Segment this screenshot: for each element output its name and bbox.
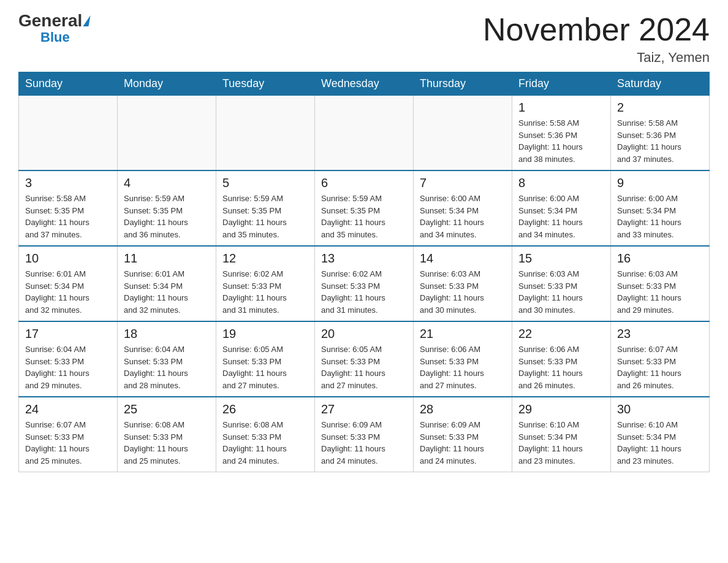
day-info: Sunrise: 6:08 AM Sunset: 5:33 PM Dayligh… xyxy=(222,419,308,467)
day-number: 2 xyxy=(617,101,703,115)
day-number: 20 xyxy=(321,327,407,341)
weekday-header-saturday: Saturday xyxy=(611,72,710,96)
calendar-week-row: 24Sunrise: 6:07 AM Sunset: 5:33 PM Dayli… xyxy=(19,397,710,472)
weekday-header-sunday: Sunday xyxy=(19,72,118,96)
day-number: 26 xyxy=(222,402,308,416)
day-info: Sunrise: 6:05 AM Sunset: 5:33 PM Dayligh… xyxy=(222,343,308,391)
day-number: 21 xyxy=(420,327,506,341)
calendar-cell: 21Sunrise: 6:06 AM Sunset: 5:33 PM Dayli… xyxy=(414,321,512,397)
day-number: 1 xyxy=(518,101,604,115)
day-number: 29 xyxy=(518,402,604,416)
day-info: Sunrise: 5:58 AM Sunset: 5:36 PM Dayligh… xyxy=(518,117,604,165)
day-info: Sunrise: 6:03 AM Sunset: 5:33 PM Dayligh… xyxy=(518,268,604,316)
calendar-cell: 30Sunrise: 6:10 AM Sunset: 5:34 PM Dayli… xyxy=(611,397,710,472)
calendar-cell xyxy=(414,96,512,171)
calendar-cell: 8Sunrise: 6:00 AM Sunset: 5:34 PM Daylig… xyxy=(512,170,611,246)
day-number: 15 xyxy=(518,251,604,266)
day-number: 6 xyxy=(321,176,407,190)
day-number: 24 xyxy=(25,402,111,416)
calendar-cell: 17Sunrise: 6:04 AM Sunset: 5:33 PM Dayli… xyxy=(19,321,118,397)
calendar-cell: 11Sunrise: 6:01 AM Sunset: 5:34 PM Dayli… xyxy=(118,246,216,321)
day-number: 5 xyxy=(222,176,308,190)
calendar-cell: 23Sunrise: 6:07 AM Sunset: 5:33 PM Dayli… xyxy=(611,321,710,397)
day-number: 18 xyxy=(124,327,210,341)
day-number: 7 xyxy=(420,176,506,190)
day-info: Sunrise: 6:08 AM Sunset: 5:33 PM Dayligh… xyxy=(124,419,210,467)
calendar-cell: 15Sunrise: 6:03 AM Sunset: 5:33 PM Dayli… xyxy=(512,246,611,321)
day-number: 27 xyxy=(321,402,407,416)
day-info: Sunrise: 6:03 AM Sunset: 5:33 PM Dayligh… xyxy=(420,268,506,316)
calendar-cell: 9Sunrise: 6:00 AM Sunset: 5:34 PM Daylig… xyxy=(611,170,710,246)
weekday-header-monday: Monday xyxy=(118,72,216,96)
calendar-cell: 29Sunrise: 6:10 AM Sunset: 5:34 PM Dayli… xyxy=(512,397,611,472)
location: Taiz, Yemen xyxy=(483,50,710,66)
calendar-week-row: 1Sunrise: 5:58 AM Sunset: 5:36 PM Daylig… xyxy=(19,96,710,171)
calendar-cell: 7Sunrise: 6:00 AM Sunset: 5:34 PM Daylig… xyxy=(414,170,512,246)
day-info: Sunrise: 6:09 AM Sunset: 5:33 PM Dayligh… xyxy=(321,419,407,467)
day-number: 19 xyxy=(222,327,308,341)
day-info: Sunrise: 6:04 AM Sunset: 5:33 PM Dayligh… xyxy=(124,343,210,391)
day-info: Sunrise: 6:02 AM Sunset: 5:33 PM Dayligh… xyxy=(321,268,407,316)
calendar-cell: 28Sunrise: 6:09 AM Sunset: 5:33 PM Dayli… xyxy=(414,397,512,472)
calendar-cell xyxy=(216,96,315,171)
logo-blue-text: Blue xyxy=(40,29,70,45)
weekday-header-wednesday: Wednesday xyxy=(315,72,414,96)
day-number: 10 xyxy=(25,251,111,266)
day-number: 13 xyxy=(321,251,407,266)
day-number: 12 xyxy=(222,251,308,266)
calendar-table: SundayMondayTuesdayWednesdayThursdayFrid… xyxy=(18,72,710,472)
day-info: Sunrise: 6:06 AM Sunset: 5:33 PM Dayligh… xyxy=(420,343,506,391)
month-title: November 2024 xyxy=(483,12,710,47)
calendar-cell: 13Sunrise: 6:02 AM Sunset: 5:33 PM Dayli… xyxy=(315,246,414,321)
weekday-header-tuesday: Tuesday xyxy=(216,72,315,96)
day-info: Sunrise: 6:06 AM Sunset: 5:33 PM Dayligh… xyxy=(518,343,604,391)
day-info: Sunrise: 6:00 AM Sunset: 5:34 PM Dayligh… xyxy=(617,193,703,240)
calendar-week-row: 17Sunrise: 6:04 AM Sunset: 5:33 PM Dayli… xyxy=(19,321,710,397)
day-info: Sunrise: 6:07 AM Sunset: 5:33 PM Dayligh… xyxy=(617,343,703,391)
calendar-cell: 3Sunrise: 5:58 AM Sunset: 5:35 PM Daylig… xyxy=(19,170,118,246)
calendar-cell: 16Sunrise: 6:03 AM Sunset: 5:33 PM Dayli… xyxy=(611,246,710,321)
day-number: 25 xyxy=(124,402,210,416)
calendar-cell: 5Sunrise: 5:59 AM Sunset: 5:35 PM Daylig… xyxy=(216,170,315,246)
calendar-week-row: 10Sunrise: 6:01 AM Sunset: 5:34 PM Dayli… xyxy=(19,246,710,321)
calendar-cell: 25Sunrise: 6:08 AM Sunset: 5:33 PM Dayli… xyxy=(118,397,216,472)
day-info: Sunrise: 6:03 AM Sunset: 5:33 PM Dayligh… xyxy=(617,268,703,316)
day-info: Sunrise: 6:00 AM Sunset: 5:34 PM Dayligh… xyxy=(420,193,506,240)
day-info: Sunrise: 6:10 AM Sunset: 5:34 PM Dayligh… xyxy=(518,419,604,467)
day-info: Sunrise: 6:00 AM Sunset: 5:34 PM Dayligh… xyxy=(518,193,604,240)
day-number: 22 xyxy=(518,327,604,341)
calendar-cell: 26Sunrise: 6:08 AM Sunset: 5:33 PM Dayli… xyxy=(216,397,315,472)
calendar-cell: 1Sunrise: 5:58 AM Sunset: 5:36 PM Daylig… xyxy=(512,96,611,171)
calendar-cell: 22Sunrise: 6:06 AM Sunset: 5:33 PM Dayli… xyxy=(512,321,611,397)
day-number: 28 xyxy=(420,402,506,416)
day-info: Sunrise: 5:58 AM Sunset: 5:35 PM Dayligh… xyxy=(25,193,111,240)
calendar-cell: 14Sunrise: 6:03 AM Sunset: 5:33 PM Dayli… xyxy=(414,246,512,321)
logo-general-text: General xyxy=(18,12,82,29)
calendar-cell xyxy=(118,96,216,171)
calendar-cell: 10Sunrise: 6:01 AM Sunset: 5:34 PM Dayli… xyxy=(19,246,118,321)
day-info: Sunrise: 6:02 AM Sunset: 5:33 PM Dayligh… xyxy=(222,268,308,316)
day-info: Sunrise: 6:05 AM Sunset: 5:33 PM Dayligh… xyxy=(321,343,407,391)
calendar-cell: 6Sunrise: 5:59 AM Sunset: 5:35 PM Daylig… xyxy=(315,170,414,246)
title-area: November 2024 Taiz, Yemen xyxy=(483,12,710,66)
calendar-cell: 20Sunrise: 6:05 AM Sunset: 5:33 PM Dayli… xyxy=(315,321,414,397)
day-number: 23 xyxy=(617,327,703,341)
day-number: 14 xyxy=(420,251,506,266)
day-info: Sunrise: 5:59 AM Sunset: 5:35 PM Dayligh… xyxy=(222,193,308,240)
day-info: Sunrise: 5:58 AM Sunset: 5:36 PM Dayligh… xyxy=(617,117,703,165)
calendar-cell: 19Sunrise: 6:05 AM Sunset: 5:33 PM Dayli… xyxy=(216,321,315,397)
calendar-cell: 12Sunrise: 6:02 AM Sunset: 5:33 PM Dayli… xyxy=(216,246,315,321)
weekday-header-thursday: Thursday xyxy=(414,72,512,96)
weekday-header-friday: Friday xyxy=(512,72,611,96)
calendar-cell: 24Sunrise: 6:07 AM Sunset: 5:33 PM Dayli… xyxy=(19,397,118,472)
day-info: Sunrise: 6:04 AM Sunset: 5:33 PM Dayligh… xyxy=(25,343,111,391)
calendar-cell: 27Sunrise: 6:09 AM Sunset: 5:33 PM Dayli… xyxy=(315,397,414,472)
day-number: 30 xyxy=(617,402,703,416)
calendar-cell xyxy=(19,96,118,171)
day-info: Sunrise: 6:09 AM Sunset: 5:33 PM Dayligh… xyxy=(420,419,506,467)
day-info: Sunrise: 5:59 AM Sunset: 5:35 PM Dayligh… xyxy=(321,193,407,240)
logo: General Blue xyxy=(18,12,89,45)
weekday-header-row: SundayMondayTuesdayWednesdayThursdayFrid… xyxy=(19,72,710,96)
calendar-cell: 2Sunrise: 5:58 AM Sunset: 5:36 PM Daylig… xyxy=(611,96,710,171)
day-number: 17 xyxy=(25,327,111,341)
